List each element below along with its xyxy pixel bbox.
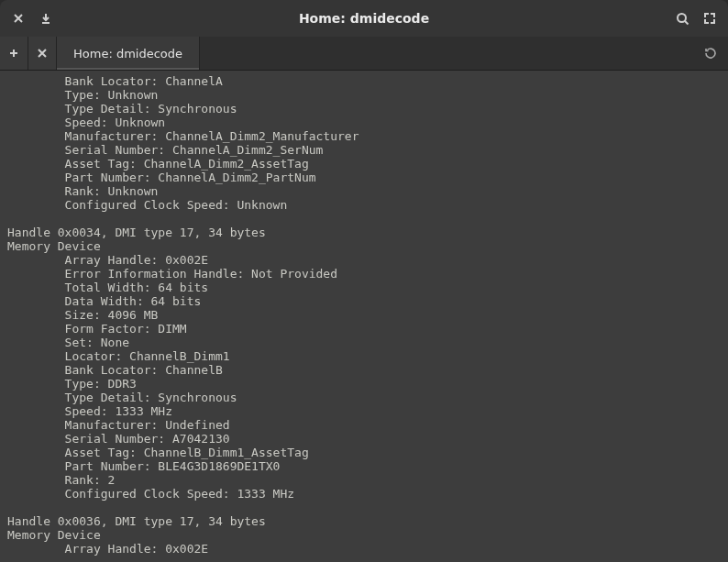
terminal-output: Bank Locator: ChannelA Type: Unknown Typ… <box>7 74 721 556</box>
titlebar: Home: dmidecode <box>0 0 728 37</box>
svg-point-0 <box>678 14 686 22</box>
tab-home-dmidecode[interactable]: Home: dmidecode <box>57 37 200 70</box>
history-icon[interactable] <box>699 41 722 65</box>
tab-label: Home: dmidecode <box>73 47 182 61</box>
download-icon[interactable] <box>33 6 59 31</box>
new-tab-button[interactable] <box>0 37 28 70</box>
close-window-icon[interactable] <box>6 6 31 31</box>
tab-strip-empty <box>200 37 728 70</box>
tab-bar: Home: dmidecode <box>0 37 728 71</box>
window-title: Home: dmidecode <box>0 11 728 26</box>
close-tab-button[interactable] <box>28 37 57 70</box>
expand-icon[interactable] <box>697 6 722 31</box>
terminal-viewport[interactable]: Bank Locator: ChannelA Type: Unknown Typ… <box>0 71 728 562</box>
search-icon[interactable] <box>669 6 695 31</box>
